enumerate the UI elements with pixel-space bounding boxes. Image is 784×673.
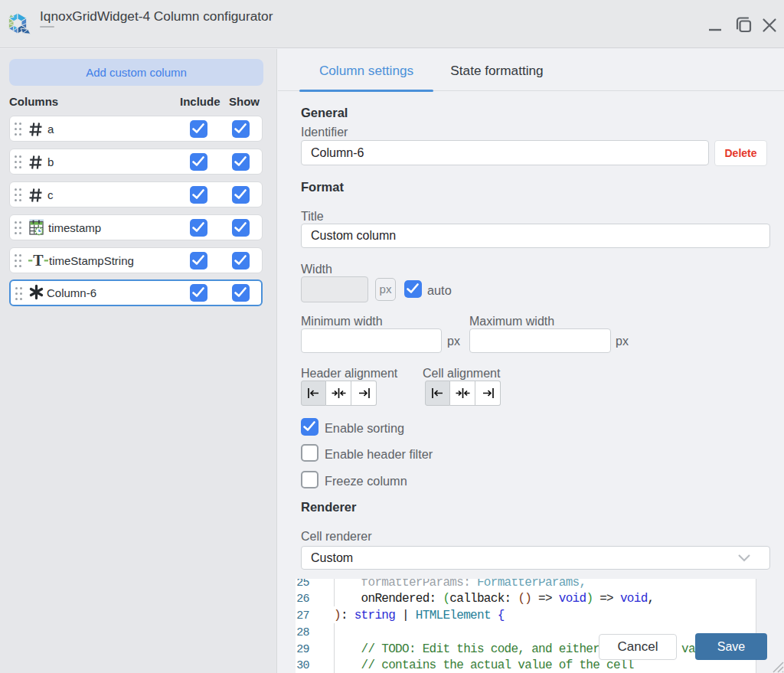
svg-text:T: T (33, 253, 44, 269)
